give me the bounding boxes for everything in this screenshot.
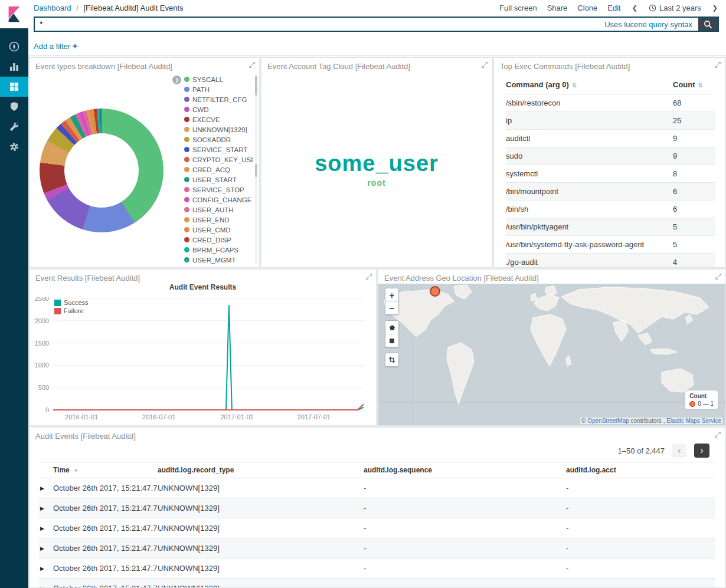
event-types-donut[interactable] <box>40 109 163 232</box>
draw-polygon-button[interactable] <box>385 321 398 334</box>
table-row[interactable]: auditctl9 <box>506 130 715 147</box>
legend-toggle-icon[interactable]: ❯ <box>172 75 181 84</box>
draw-rectangle-button[interactable] <box>385 334 398 347</box>
next-page-button[interactable]: › <box>694 444 709 458</box>
col-time[interactable]: Time ▾ <box>53 462 158 478</box>
legend-item[interactable]: CRED_ACQ <box>184 165 253 175</box>
legend-item[interactable]: Success <box>54 298 89 307</box>
breadcrumb-dashboard-link[interactable]: Dashboard <box>34 4 71 12</box>
scrollbar-thumb[interactable] <box>255 75 257 96</box>
legend-item[interactable]: SERVICE_START <box>184 144 253 155</box>
expand-panel-icon[interactable]: ⤢ <box>715 60 721 70</box>
time-back-icon[interactable]: ❮ <box>631 4 639 12</box>
table-row[interactable]: /usr/bin/systemd-tty-ask-password-agent5 <box>506 236 715 254</box>
rectangle-icon <box>389 338 395 344</box>
share-button[interactable]: Share <box>547 4 568 12</box>
legend-item[interactable]: CRED_DISP <box>184 235 253 245</box>
cell-sequence: - <box>364 538 566 559</box>
legend-item[interactable]: EXECVE <box>184 114 253 124</box>
legend-item[interactable]: CRYPTO_SESSION <box>184 265 253 267</box>
add-filter-link[interactable]: Add a filter + <box>34 41 78 51</box>
sidebar-item-visualize[interactable] <box>0 57 28 77</box>
sidebar-item-dev-tools[interactable] <box>0 117 28 137</box>
col-count[interactable]: Count⇅ <box>673 75 715 94</box>
table-row[interactable]: /usr/bin/pkttyagent5 <box>506 218 715 236</box>
legend-item[interactable]: PATH <box>184 84 253 94</box>
sidebar-item-timelion[interactable] <box>0 97 28 117</box>
sidebar-item-dashboard[interactable] <box>0 77 28 97</box>
search-button[interactable] <box>698 18 718 31</box>
legend-swatch <box>184 227 189 232</box>
table-row[interactable]: ip25 <box>506 112 715 130</box>
openstreetmap-link[interactable]: OpenStreetMap <box>587 418 629 424</box>
tag-word[interactable]: root <box>367 179 385 187</box>
legend-item[interactable]: SERVICE_STOP <box>184 185 253 195</box>
legend-item[interactable]: BPRM_FCAPS <box>184 245 253 255</box>
scrollbar-thumb[interactable] <box>255 164 257 177</box>
tag-word[interactable]: some_user <box>315 152 439 175</box>
legend-item[interactable]: USER_CMD <box>184 225 253 235</box>
table-row[interactable]: /bin/sh6 <box>506 201 715 218</box>
legend-item[interactable]: USER_AUTH <box>184 205 253 215</box>
full-screen-button[interactable]: Full screen <box>499 4 537 12</box>
world-map[interactable] <box>378 284 725 425</box>
lucene-syntax-link[interactable]: Uses lucene query syntax <box>604 20 692 29</box>
query-input[interactable] <box>35 18 604 31</box>
cell-acct: - <box>566 579 715 588</box>
col-sequence[interactable]: auditd.log.sequence <box>364 462 566 478</box>
table-row[interactable]: ./go-audit4 <box>506 254 715 268</box>
sidebar-item-discover[interactable] <box>0 37 28 57</box>
legend-item[interactable]: Failure <box>54 307 89 315</box>
expand-panel-icon[interactable]: ⤢ <box>249 60 255 70</box>
expand-row-icon[interactable]: ▶ <box>39 538 53 559</box>
legend-item[interactable]: CONFIG_CHANGE <box>184 195 253 205</box>
zoom-out-button[interactable]: − <box>385 301 398 314</box>
table-row[interactable]: /sbin/restorecon68 <box>506 94 715 112</box>
legend-item[interactable]: SYSCALL <box>184 74 253 84</box>
expand-panel-icon[interactable]: ⤢ <box>366 272 372 281</box>
clone-button[interactable]: Clone <box>577 4 597 12</box>
results-legend: SuccessFailure <box>54 298 89 315</box>
legend-item[interactable]: SOCKADDR <box>184 134 253 144</box>
cell-count: 5 <box>673 218 715 236</box>
expand-panel-icon[interactable]: ⤢ <box>715 272 721 281</box>
gear-icon <box>8 141 20 153</box>
edit-button[interactable]: Edit <box>607 4 620 12</box>
expand-row-icon[interactable]: ▶ <box>39 559 53 579</box>
legend-item[interactable]: UNKNOWN[1329] <box>184 124 253 134</box>
polygon-icon <box>389 324 395 331</box>
table-row[interactable]: systemctl8 <box>506 165 715 183</box>
table-row[interactable]: /bin/mountpoint6 <box>506 183 715 201</box>
time-forward-icon[interactable]: ❯ <box>711 4 719 12</box>
prev-page-button[interactable]: ‹ <box>672 444 686 458</box>
legend-item[interactable]: NETFILTER_CFG <box>184 94 253 104</box>
map-legend-range: 0 — 1 <box>698 400 714 407</box>
col-record-type[interactable]: auditd.log.record_type <box>158 462 364 478</box>
sidebar-item-management[interactable] <box>0 137 28 157</box>
audit-events-table: Time ▾ auditd.log.record_type auditd.log… <box>39 462 715 588</box>
zoom-in-button[interactable]: + <box>385 288 398 301</box>
legend-item[interactable]: CWD <box>184 104 253 114</box>
expand-row-icon[interactable]: ▶ <box>39 498 53 518</box>
expand-panel-icon[interactable]: ⤢ <box>715 430 721 439</box>
legend-item[interactable]: USER_START <box>184 175 253 185</box>
col-command[interactable]: Command (arg 0)⇅ <box>506 75 673 94</box>
table-row[interactable]: sudo9 <box>506 147 715 165</box>
elastic-maps-link[interactable]: Elastic Maps Service <box>666 418 721 424</box>
expand-row-icon[interactable]: ▶ <box>39 579 53 588</box>
expand-row-icon[interactable]: ▶ <box>39 518 53 538</box>
legend-item[interactable]: USER_MGMT <box>184 255 253 265</box>
fit-bounds-button[interactable] <box>385 353 398 366</box>
cell-command: auditctl <box>506 130 673 147</box>
kibana-logo[interactable] <box>0 0 28 28</box>
expand-row-icon[interactable]: ▶ <box>39 478 53 498</box>
col-acct[interactable]: auditd.log.acct <box>566 462 715 478</box>
time-picker[interactable]: Last 2 years <box>649 4 701 12</box>
legend-item[interactable]: CRYPTO_KEY_USER <box>184 155 253 165</box>
geo-point-marker[interactable] <box>430 286 440 297</box>
cell-sequence: - <box>364 579 566 588</box>
table-row: ▶October 26th 2017, 15:21:47.728UNKNOWN[… <box>39 498 715 518</box>
expand-panel-icon[interactable]: ⤢ <box>482 60 488 70</box>
panel-title: Event Results [Filebeat Auditd] <box>35 274 140 282</box>
legend-item[interactable]: USER_END <box>184 215 253 225</box>
